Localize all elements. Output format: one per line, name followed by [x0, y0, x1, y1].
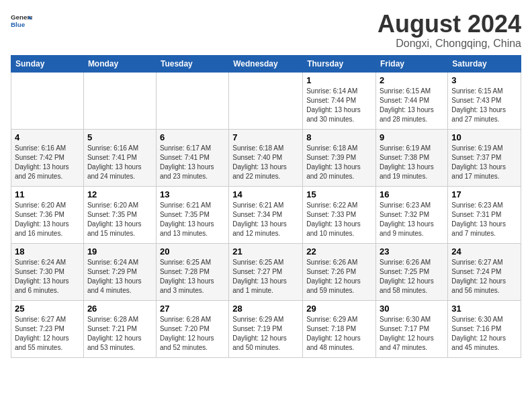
day-number: 11 [15, 189, 80, 199]
weekday-header-sunday: Sunday [11, 55, 84, 72]
day-info: Sunrise: 6:21 AM Sunset: 7:34 PM Dayligh… [232, 201, 299, 238]
day-info: Sunrise: 6:30 AM Sunset: 7:17 PM Dayligh… [380, 315, 444, 353]
day-number: 17 [451, 189, 517, 199]
weekday-header-wednesday: Wednesday [229, 55, 303, 72]
day-number: 4 [15, 132, 80, 142]
calendar-cell: 10Sunrise: 6:19 AM Sunset: 7:37 PM Dayli… [448, 129, 521, 186]
calendar-cell: 13Sunrise: 6:21 AM Sunset: 7:35 PM Dayli… [156, 186, 228, 243]
calendar-cell [229, 72, 303, 129]
day-info: Sunrise: 6:26 AM Sunset: 7:26 PM Dayligh… [306, 258, 372, 295]
calendar-cell: 4Sunrise: 6:16 AM Sunset: 7:42 PM Daylig… [11, 129, 84, 186]
day-info: Sunrise: 6:16 AM Sunset: 7:42 PM Dayligh… [15, 144, 80, 181]
day-info: Sunrise: 6:18 AM Sunset: 7:39 PM Dayligh… [306, 144, 372, 181]
calendar-cell: 14Sunrise: 6:21 AM Sunset: 7:34 PM Dayli… [229, 186, 303, 243]
day-info: Sunrise: 6:29 AM Sunset: 7:19 PM Dayligh… [232, 315, 299, 353]
day-number: 12 [87, 189, 152, 199]
calendar-table: SundayMondayTuesdayWednesdayThursdayFrid… [11, 55, 521, 358]
day-info: Sunrise: 6:20 AM Sunset: 7:35 PM Dayligh… [87, 201, 152, 238]
calendar-cell: 1Sunrise: 6:14 AM Sunset: 7:44 PM Daylig… [303, 72, 376, 129]
day-info: Sunrise: 6:28 AM Sunset: 7:20 PM Dayligh… [160, 315, 225, 353]
calendar-cell: 9Sunrise: 6:19 AM Sunset: 7:38 PM Daylig… [376, 129, 448, 186]
page-header: General Blue August 2024 Dongxi, Chongqi… [11, 11, 521, 50]
calendar-cell: 3Sunrise: 6:15 AM Sunset: 7:43 PM Daylig… [448, 72, 521, 129]
day-number: 10 [451, 132, 517, 142]
day-info: Sunrise: 6:17 AM Sunset: 7:41 PM Dayligh… [160, 144, 225, 181]
day-number: 23 [380, 246, 444, 257]
calendar-cell: 7Sunrise: 6:18 AM Sunset: 7:40 PM Daylig… [229, 129, 303, 186]
day-info: Sunrise: 6:25 AM Sunset: 7:27 PM Dayligh… [232, 258, 299, 295]
day-info: Sunrise: 6:15 AM Sunset: 7:43 PM Dayligh… [451, 87, 517, 124]
day-info: Sunrise: 6:19 AM Sunset: 7:37 PM Dayligh… [451, 144, 517, 181]
calendar-cell: 16Sunrise: 6:23 AM Sunset: 7:32 PM Dayli… [376, 186, 448, 243]
day-number: 9 [380, 132, 444, 142]
calendar-cell: 24Sunrise: 6:27 AM Sunset: 7:24 PM Dayli… [448, 243, 521, 300]
calendar-cell: 8Sunrise: 6:18 AM Sunset: 7:39 PM Daylig… [303, 129, 376, 186]
logo: General Blue [11, 11, 32, 32]
day-info: Sunrise: 6:22 AM Sunset: 7:33 PM Dayligh… [306, 201, 372, 238]
calendar-cell: 15Sunrise: 6:22 AM Sunset: 7:33 PM Dayli… [303, 186, 376, 243]
day-number: 25 [15, 304, 80, 314]
day-number: 29 [306, 304, 372, 314]
day-number: 13 [160, 189, 225, 199]
month-year-title: August 2024 [378, 11, 521, 38]
svg-text:Blue: Blue [11, 21, 26, 28]
day-number: 5 [87, 132, 152, 142]
calendar-cell: 20Sunrise: 6:25 AM Sunset: 7:28 PM Dayli… [156, 243, 228, 300]
weekday-header-row: SundayMondayTuesdayWednesdayThursdayFrid… [11, 55, 521, 72]
day-number: 31 [451, 304, 517, 314]
day-number: 3 [451, 75, 517, 85]
calendar-cell: 5Sunrise: 6:16 AM Sunset: 7:41 PM Daylig… [83, 129, 156, 186]
day-number: 26 [87, 304, 152, 314]
day-number: 22 [306, 246, 372, 257]
calendar-cell: 11Sunrise: 6:20 AM Sunset: 7:36 PM Dayli… [11, 186, 84, 243]
location-subtitle: Dongxi, Chongqing, China [378, 38, 521, 50]
weekday-header-saturday: Saturday [448, 55, 521, 72]
day-info: Sunrise: 6:23 AM Sunset: 7:31 PM Dayligh… [451, 201, 517, 238]
day-info: Sunrise: 6:21 AM Sunset: 7:35 PM Dayligh… [160, 201, 225, 238]
day-info: Sunrise: 6:25 AM Sunset: 7:28 PM Dayligh… [160, 258, 225, 295]
calendar-cell [156, 72, 228, 129]
day-info: Sunrise: 6:27 AM Sunset: 7:23 PM Dayligh… [15, 315, 80, 353]
calendar-week-row: 1Sunrise: 6:14 AM Sunset: 7:44 PM Daylig… [11, 72, 521, 129]
calendar-week-row: 18Sunrise: 6:24 AM Sunset: 7:30 PM Dayli… [11, 243, 521, 300]
calendar-cell: 18Sunrise: 6:24 AM Sunset: 7:30 PM Dayli… [11, 243, 84, 300]
day-number: 16 [380, 189, 444, 199]
day-number: 1 [306, 75, 372, 85]
calendar-cell: 30Sunrise: 6:30 AM Sunset: 7:17 PM Dayli… [376, 300, 448, 357]
day-number: 27 [160, 304, 225, 314]
weekday-header-monday: Monday [83, 55, 156, 72]
calendar-cell: 17Sunrise: 6:23 AM Sunset: 7:31 PM Dayli… [448, 186, 521, 243]
calendar-cell: 22Sunrise: 6:26 AM Sunset: 7:26 PM Dayli… [303, 243, 376, 300]
day-number: 7 [232, 132, 299, 142]
calendar-cell: 25Sunrise: 6:27 AM Sunset: 7:23 PM Dayli… [11, 300, 84, 357]
day-info: Sunrise: 6:30 AM Sunset: 7:16 PM Dayligh… [451, 315, 517, 353]
calendar-week-row: 4Sunrise: 6:16 AM Sunset: 7:42 PM Daylig… [11, 129, 521, 186]
calendar-cell: 26Sunrise: 6:28 AM Sunset: 7:21 PM Dayli… [83, 300, 156, 357]
calendar-cell: 6Sunrise: 6:17 AM Sunset: 7:41 PM Daylig… [156, 129, 228, 186]
day-info: Sunrise: 6:24 AM Sunset: 7:29 PM Dayligh… [87, 258, 152, 295]
day-number: 24 [451, 246, 517, 257]
day-info: Sunrise: 6:29 AM Sunset: 7:18 PM Dayligh… [306, 315, 372, 353]
day-info: Sunrise: 6:14 AM Sunset: 7:44 PM Dayligh… [306, 87, 372, 124]
day-info: Sunrise: 6:23 AM Sunset: 7:32 PM Dayligh… [380, 201, 444, 238]
day-number: 6 [160, 132, 225, 142]
calendar-week-row: 11Sunrise: 6:20 AM Sunset: 7:36 PM Dayli… [11, 186, 521, 243]
day-info: Sunrise: 6:18 AM Sunset: 7:40 PM Dayligh… [232, 144, 299, 181]
day-number: 2 [380, 75, 444, 85]
day-number: 18 [15, 246, 80, 257]
day-number: 19 [87, 246, 152, 257]
logo-icon: General Blue [11, 11, 32, 32]
day-number: 28 [232, 304, 299, 314]
calendar-cell: 12Sunrise: 6:20 AM Sunset: 7:35 PM Dayli… [83, 186, 156, 243]
calendar-cell: 23Sunrise: 6:26 AM Sunset: 7:25 PM Dayli… [376, 243, 448, 300]
calendar-cell [83, 72, 156, 129]
weekday-header-thursday: Thursday [303, 55, 376, 72]
day-info: Sunrise: 6:20 AM Sunset: 7:36 PM Dayligh… [15, 201, 80, 238]
day-info: Sunrise: 6:15 AM Sunset: 7:44 PM Dayligh… [380, 87, 444, 124]
day-number: 15 [306, 189, 372, 199]
weekday-header-friday: Friday [376, 55, 448, 72]
day-info: Sunrise: 6:27 AM Sunset: 7:24 PM Dayligh… [451, 258, 517, 295]
calendar-cell: 31Sunrise: 6:30 AM Sunset: 7:16 PM Dayli… [448, 300, 521, 357]
calendar-cell: 29Sunrise: 6:29 AM Sunset: 7:18 PM Dayli… [303, 300, 376, 357]
calendar-cell [11, 72, 84, 129]
